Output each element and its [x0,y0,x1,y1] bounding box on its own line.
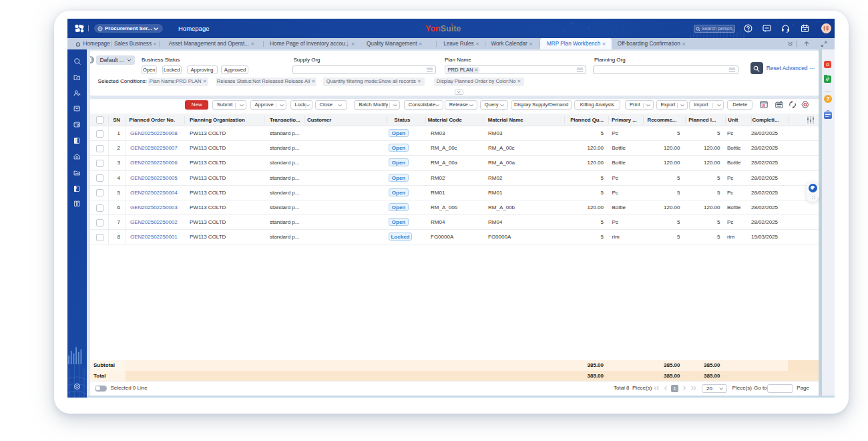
svg-text:UI: UI [762,104,766,108]
